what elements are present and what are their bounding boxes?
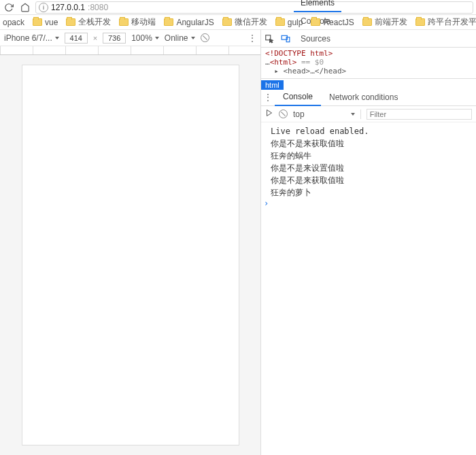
url-host: 127.0.0.1 xyxy=(51,3,85,12)
width-input[interactable] xyxy=(65,33,88,44)
ruler xyxy=(0,46,260,55)
reload-icon[interactable] xyxy=(3,1,15,14)
bookmark-label: 跨平台开发平台 xyxy=(428,16,476,28)
bookmark-item[interactable]: vue xyxy=(33,18,58,27)
console-toolbar: top xyxy=(261,106,476,122)
bookmark-item[interactable]: 跨平台开发平台 xyxy=(415,16,476,28)
dom-tree[interactable]: <!DOCTYPE html> …<html> == $0 ▸ <head>…<… xyxy=(261,48,476,79)
url-port: :8080 xyxy=(88,3,108,12)
more-icon[interactable]: ⋮ xyxy=(248,34,256,42)
console-line: 你是不是来获取值啦 xyxy=(271,137,476,150)
dom-line: <!DOCTYPE html> xyxy=(265,49,333,58)
throttling-value: Online xyxy=(165,33,188,43)
chevron-down-icon xyxy=(155,37,159,39)
dimension-x: × xyxy=(93,34,97,42)
device-frame[interactable] xyxy=(22,65,239,445)
folder-icon xyxy=(119,18,129,26)
bookmark-label: 移动端 xyxy=(131,16,156,28)
bookmark-label: opack xyxy=(3,18,24,27)
bookmark-item[interactable]: 前端开发 xyxy=(362,16,407,28)
devtools-tab-sources[interactable]: Sources xyxy=(294,30,341,48)
devtools-tabs: ElementsConsoleSourcesLayersNetwork xyxy=(261,30,476,48)
zoom-select[interactable]: 100% xyxy=(131,33,159,43)
chevron-down-icon xyxy=(351,113,355,116)
height-input[interactable] xyxy=(103,33,126,44)
bookmark-label: AngularJS xyxy=(176,18,214,27)
device-toolbar: iPhone 6/7/... × 100% Online ⋮ xyxy=(0,30,260,46)
devtools-tab-elements[interactable]: Elements xyxy=(294,0,341,12)
canvas-area xyxy=(0,55,260,455)
home-icon[interactable] xyxy=(19,1,31,14)
clear-console-icon[interactable] xyxy=(279,109,288,118)
drawer-tab-console[interactable]: Console xyxy=(275,88,321,106)
chevron-down-icon xyxy=(191,37,195,39)
console-line: 狂奔的蜗牛 xyxy=(271,150,476,162)
bookmark-item[interactable]: AngularJS xyxy=(164,18,214,27)
folder-icon xyxy=(275,18,285,26)
no-throttling-icon[interactable] xyxy=(201,33,209,42)
info-icon[interactable]: i xyxy=(39,3,48,12)
folder-icon xyxy=(164,18,173,26)
folder-icon xyxy=(415,18,425,26)
throttling-select[interactable]: Online xyxy=(165,33,195,43)
svg-marker-3 xyxy=(267,110,272,116)
bookmark-item[interactable]: 全栈开发 xyxy=(66,16,111,28)
url-field[interactable]: i 127.0.0.1:8080 xyxy=(35,1,473,14)
folder-icon xyxy=(66,18,75,26)
drawer-more-icon[interactable]: ⋮ xyxy=(261,92,275,102)
folder-icon xyxy=(222,18,232,26)
context-select[interactable]: top xyxy=(293,109,361,119)
console-line: 你是不是来设置值啦 xyxy=(271,162,476,174)
console-line: 你是不是来获取值啦 xyxy=(271,174,476,186)
bookmark-label: 微信开发 xyxy=(235,16,267,28)
drawer-tabs: ⋮ ConsoleNetwork conditions xyxy=(261,88,476,106)
console-body[interactable]: Live reload enabled.你是不是来获取值啦狂奔的蜗牛你是不是来设… xyxy=(261,122,476,455)
bookmarks-bar: opackvue全栈开发移动端AngularJS微信开发gulpReactJS前… xyxy=(0,15,476,30)
bookmark-item[interactable]: 移动端 xyxy=(119,16,156,28)
filter-input[interactable] xyxy=(367,109,472,120)
device-select[interactable]: iPhone 6/7/... xyxy=(4,33,59,43)
device-name: iPhone 6/7/... xyxy=(4,33,52,43)
breadcrumb[interactable]: html xyxy=(261,80,476,90)
bookmark-item[interactable]: opack xyxy=(3,18,24,27)
bookmark-label: vue xyxy=(45,18,58,27)
inspect-icon[interactable] xyxy=(261,34,277,44)
bookmark-item[interactable]: 微信开发 xyxy=(222,16,267,28)
console-prompt[interactable]: › xyxy=(264,199,269,208)
drawer-tab-network-conditions[interactable]: Network conditions xyxy=(321,88,406,106)
chevron-down-icon xyxy=(55,37,59,39)
execute-icon[interactable] xyxy=(265,109,273,119)
folder-icon xyxy=(33,18,42,26)
zoom-value: 100% xyxy=(131,33,152,43)
console-line: 狂奔的萝卜 xyxy=(271,186,476,199)
folder-icon xyxy=(311,18,320,26)
bookmark-label: 前端开发 xyxy=(375,16,407,28)
dom-line: ▸ <head>…</head> xyxy=(265,67,472,75)
console-line: Live reload enabled. xyxy=(271,125,476,137)
device-toggle-icon[interactable] xyxy=(277,34,294,44)
bookmark-label: 全栈开发 xyxy=(78,16,111,28)
folder-icon xyxy=(362,18,372,26)
